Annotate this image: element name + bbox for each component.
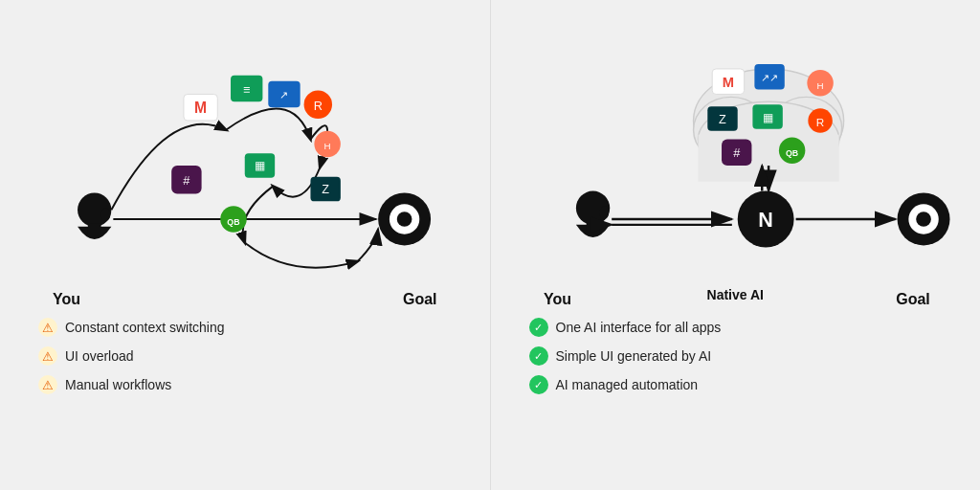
left-diagram: M ≡ ↗ R H ▦ # QB Z [29, 19, 461, 316]
check-icon-3: ✓ [529, 375, 548, 394]
svg-text:Z: Z [719, 112, 726, 126]
right-feature-2: ✓ Simple UI generated by AI [529, 346, 943, 366]
svg-text:QB: QB [786, 148, 798, 158]
svg-text:#: # [733, 145, 741, 160]
left-features: ⚠ Constant context switching ⚠ UI overlo… [29, 318, 461, 404]
svg-point-5 [397, 212, 412, 227]
svg-rect-2 [88, 224, 101, 235]
svg-text:QB: QB [227, 217, 239, 227]
svg-text:≡: ≡ [243, 82, 250, 97]
svg-text:R: R [314, 99, 323, 113]
svg-text:Z: Z [322, 182, 329, 196]
warning-icon-3: ⚠ [38, 375, 57, 394]
svg-point-54 [599, 206, 609, 219]
check-icon-2: ✓ [529, 346, 548, 366]
left-feature-1: ⚠ Constant context switching [38, 318, 452, 337]
svg-text:↗: ↗ [279, 89, 288, 100]
svg-text:M: M [194, 100, 207, 116]
right-features: ✓ One AI interface for all apps ✓ Simple… [520, 318, 952, 404]
left-panel: M ≡ ↗ R H ▦ # QB Z [0, 0, 491, 490]
warning-icon-1: ⚠ [38, 318, 57, 337]
right-panel: M ↗↗ H Z ▦ R # [491, 0, 981, 490]
warning-icon-2: ⚠ [38, 346, 57, 366]
check-icon-1: ✓ [529, 318, 548, 337]
svg-point-58 [916, 212, 931, 227]
svg-text:H: H [324, 141, 331, 151]
right-feature-1: ✓ One AI interface for all apps [529, 318, 943, 337]
svg-point-1 [101, 208, 111, 221]
svg-text:#: # [183, 173, 190, 188]
left-feature-3: ⚠ Manual workflows [38, 375, 452, 394]
svg-text:N: N [758, 208, 773, 232]
right-feature-3: ✓ AI managed automation [529, 375, 943, 394]
svg-text:H: H [816, 80, 823, 91]
svg-text:▦: ▦ [255, 159, 265, 171]
left-feature-2: ⚠ UI overload [38, 346, 452, 366]
svg-text:M: M [722, 75, 733, 90]
svg-text:↗↗: ↗↗ [761, 72, 778, 83]
svg-text:R: R [815, 116, 824, 128]
right-diagram: M ↗↗ H Z ▦ R # [520, 19, 952, 316]
svg-text:▦: ▦ [762, 111, 772, 123]
svg-rect-55 [586, 222, 599, 234]
